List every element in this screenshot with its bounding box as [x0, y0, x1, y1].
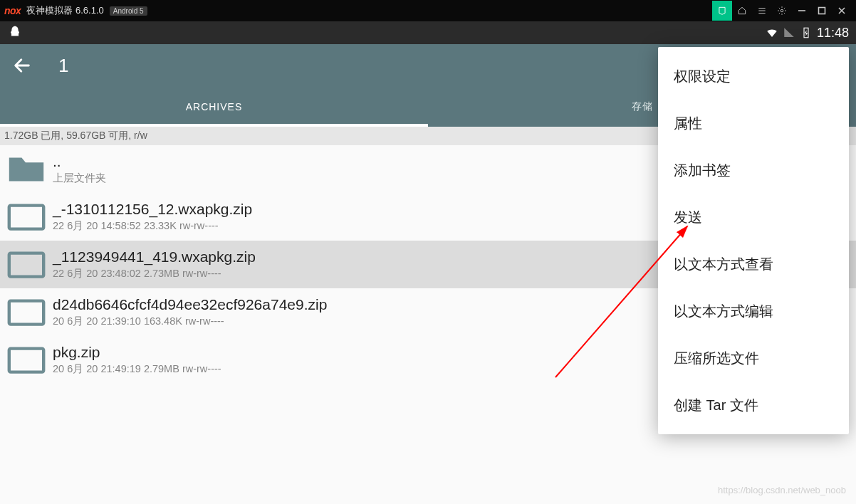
svg-rect-5	[9, 253, 43, 277]
battery-charging-icon	[800, 26, 813, 39]
file-icon	[7, 296, 46, 327]
menu-edit-text[interactable]: 以文本方式编辑	[658, 288, 849, 335]
qq-penguin-icon	[7, 25, 23, 41]
menu-view-text[interactable]: 以文本方式查看	[658, 241, 849, 288]
file-name: _1123949441_419.wxapkg.zip	[53, 248, 256, 266]
menu-tar[interactable]: 创建 Tar 文件	[658, 382, 849, 429]
clock: 11:48	[817, 26, 849, 41]
context-menu: 权限设定 属性 添加书签 发送 以文本方式查看 以文本方式编辑 压缩所选文件 创…	[658, 47, 849, 434]
svg-rect-6	[9, 301, 43, 325]
android-badge: Android 5	[110, 6, 147, 16]
svg-rect-1	[819, 8, 825, 14]
tab-archives-label: ARCHIVES	[186, 101, 243, 112]
svg-rect-7	[9, 349, 43, 372]
file-icon	[7, 344, 46, 375]
menu-bookmark[interactable]: 添加书签	[658, 147, 849, 194]
home-button[interactable]	[732, 1, 752, 21]
svg-point-0	[781, 9, 783, 12]
menu-properties[interactable]: 属性	[658, 100, 849, 147]
nox-titlebar: nox 夜神模拟器 6.6.1.0 Android 5	[0, 0, 856, 21]
wifi-icon	[766, 26, 778, 39]
nox-title: 夜神模拟器 6.6.1.0	[26, 4, 103, 17]
file-meta: 上层文件夹	[53, 172, 106, 185]
file-meta: 22 6月 20 14:58:5223.33Krw-rw----	[53, 219, 252, 233]
menu-permissions[interactable]: 权限设定	[658, 53, 849, 100]
nox-logo: nox	[4, 5, 21, 16]
file-icon	[7, 248, 46, 280]
svg-rect-4	[9, 206, 43, 229]
watermark: https://blog.csdn.net/web_noob	[718, 485, 846, 495]
folder-icon	[7, 153, 46, 184]
arrow-left-icon	[12, 56, 32, 75]
close-button[interactable]	[832, 1, 852, 21]
file-name: ..	[53, 153, 106, 170]
tab-archives[interactable]: ARCHIVES	[0, 87, 428, 127]
maximize-button[interactable]	[812, 1, 832, 21]
file-icon	[7, 201, 46, 232]
back-button[interactable]	[10, 53, 34, 78]
android-status-bar: 11:48	[0, 21, 856, 44]
store-button[interactable]	[712, 1, 732, 21]
file-name: d24db6646cfcf4d94ee32ecf926a74e9.zip	[53, 296, 327, 313]
page-title: 1	[58, 55, 68, 77]
signal-icon	[783, 26, 795, 39]
menu-send[interactable]: 发送	[658, 194, 849, 241]
file-meta: 20 6月 20 21:39:10163.48Krw-rw----	[53, 315, 327, 328]
file-name: _-1310112156_12.wxapkg.zip	[53, 201, 252, 218]
file-name: pkg.zip	[53, 344, 221, 361]
file-meta: 20 6月 20 21:49:192.79MBrw-rw----	[53, 362, 221, 376]
minimize-button[interactable]	[792, 1, 812, 21]
menu-lines-button[interactable]	[752, 1, 772, 21]
tab-storage-label: 存储	[632, 100, 653, 113]
menu-compress[interactable]: 压缩所选文件	[658, 335, 849, 382]
settings-button[interactable]	[772, 1, 792, 21]
file-meta: 22 6月 20 23:48:022.73MBrw-rw----	[53, 267, 256, 280]
